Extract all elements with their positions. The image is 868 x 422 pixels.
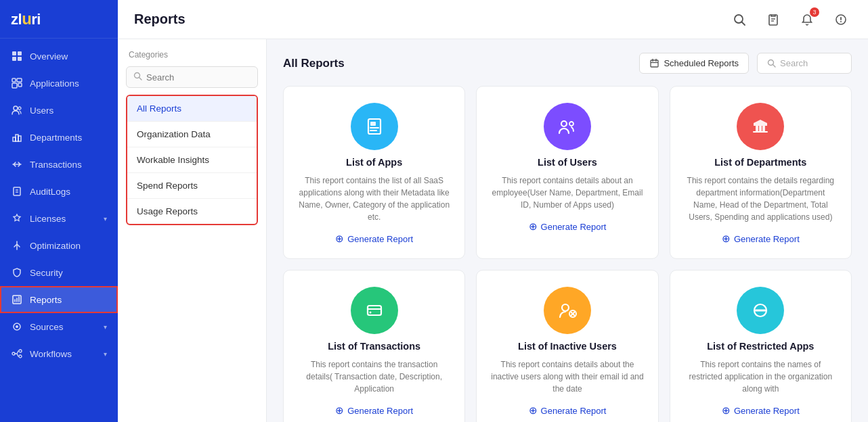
generate-report-button-inactive[interactable]: ⊕ Generate Report [529,404,607,417]
svg-point-32 [840,21,842,22]
top-header: Reports 3 [118,0,868,39]
generate-report-button-transactions[interactable]: ⊕ Generate Report [335,404,413,417]
category-item-usage[interactable]: Usage Reports [127,199,257,224]
sidebar-item-label: Overview [30,51,107,62]
svg-rect-2 [12,57,16,61]
right-panel: All Reports Scheduled Reports Search [267,39,868,422]
svg-point-52 [369,312,371,314]
left-panel: Categories All Reports Organization Data… [118,39,267,422]
generate-icon: ⊕ [722,404,731,417]
generate-report-button-apps[interactable]: ⊕ Generate Report [335,233,413,245]
sidebar-item-applications[interactable]: Applications [0,70,118,97]
sidebar-item-users[interactable]: Users [0,97,118,124]
main-content: Reports 3 Categories [118,0,868,422]
report-card-list-transactions: List of Transactions This report contain… [283,270,465,422]
list-users-icon [544,103,591,150]
sidebar-item-departments[interactable]: Departments [0,124,118,151]
svg-line-26 [742,22,745,25]
report-card-list-inactive: List of Inactive Users This report conta… [476,270,658,422]
generate-label: Generate Report [734,234,800,244]
svg-rect-1 [18,51,22,55]
logo-text: zluri [11,9,41,28]
card-title: List of Inactive Users [518,341,617,352]
search-header-button[interactable] [729,9,750,30]
reports-actions: Scheduled Reports Search [639,53,852,74]
card-desc: This report contains the names of restri… [684,358,838,395]
svg-rect-51 [368,306,381,315]
generate-icon: ⊕ [529,220,538,233]
generate-report-button-users[interactable]: ⊕ Generate Report [529,220,607,233]
reports-header: All Reports Scheduled Reports Search [283,53,852,74]
svg-rect-6 [12,83,17,88]
svg-rect-0 [12,51,16,55]
sidebar: zluri Overview Applications Users [0,0,118,422]
svg-rect-42 [370,122,376,126]
category-search-box[interactable] [126,66,258,88]
report-card-list-users: List of Users This report contains detai… [476,86,658,259]
sidebar-item-label: Sources [30,322,97,332]
bell-icon-button[interactable] [830,9,852,30]
card-title: List of Apps [346,157,402,168]
card-title: List of Restricted Apps [707,341,814,352]
scheduled-reports-button[interactable]: Scheduled Reports [639,53,749,74]
sidebar-item-label: Users [30,106,107,116]
card-desc: This report contains the list of all Saa… [297,174,451,223]
logo-dot: u [22,9,31,28]
sidebar-item-transactions[interactable]: Transactions [0,151,118,178]
sidebar-item-label: Security [30,268,107,278]
reports-search-box[interactable]: Search [757,53,852,74]
content-area: Categories All Reports Organization Data… [118,39,868,422]
sidebar-item-workflows[interactable]: Workflows ▾ [0,340,118,367]
categories-label: Categories [126,50,258,60]
svg-point-45 [561,121,567,126]
sidebar-item-overview[interactable]: Overview [0,43,118,70]
sidebar-item-security[interactable]: Security [0,259,118,286]
sidebar-item-licenses[interactable]: Licenses ▾ [0,205,118,232]
svg-line-34 [139,78,142,80]
sidebar-nav: Overview Applications Users Departments [0,39,118,422]
category-item-all-reports[interactable]: All Reports [127,96,257,122]
notification-count: 3 [810,7,819,17]
svg-line-40 [773,65,776,68]
svg-rect-5 [17,78,22,82]
clipboard-icon-button[interactable] [762,9,784,30]
auditlogs-icon [11,185,23,197]
reports-search-placeholder: Search [780,58,808,68]
generate-icon: ⊕ [335,404,344,417]
optimization-icon [11,239,23,252]
generate-report-button-departments[interactable]: ⊕ Generate Report [722,233,800,245]
category-item-org-data[interactable]: Organization Data [127,122,257,147]
category-item-workable[interactable]: Workable Insights [127,147,257,173]
list-departments-icon [737,103,784,150]
svg-rect-49 [762,126,765,132]
overview-icon [11,50,23,62]
reports-icon [11,294,23,306]
departments-icon [11,131,23,143]
card-desc: This report contains details about an em… [490,174,644,211]
svg-point-53 [562,304,569,311]
svg-rect-13 [14,187,20,195]
logo: zluri [0,0,118,39]
notifications-icon-button[interactable]: 3 [796,9,818,30]
svg-point-24 [19,355,22,358]
generate-label: Generate Report [347,406,413,416]
sidebar-item-auditlogs[interactable]: AuditLogs [0,178,118,205]
category-search-input[interactable] [146,72,251,83]
card-title: List of Departments [714,157,806,168]
report-card-list-departments: List of Departments This report contains… [670,86,852,259]
shield-icon [11,266,23,279]
generate-icon: ⊕ [335,233,344,245]
sidebar-item-reports[interactable]: Reports [0,286,118,313]
generate-report-button-restricted[interactable]: ⊕ Generate Report [722,404,800,417]
sidebar-item-label: Licenses [30,214,97,224]
scheduled-reports-label: Scheduled Reports [664,58,739,68]
sidebar-item-sources[interactable]: Sources ▾ [0,313,118,340]
reports-cards-grid: List of Apps This report contains the li… [283,86,852,422]
sidebar-item-label: AuditLogs [30,187,107,197]
sidebar-item-optimization[interactable]: Optimization [0,232,118,259]
card-title: List of Users [538,157,597,168]
card-desc: This report contains the transaction det… [297,358,451,395]
category-item-spend[interactable]: Spend Reports [127,173,257,199]
svg-rect-41 [368,119,381,134]
generate-label: Generate Report [734,406,800,416]
